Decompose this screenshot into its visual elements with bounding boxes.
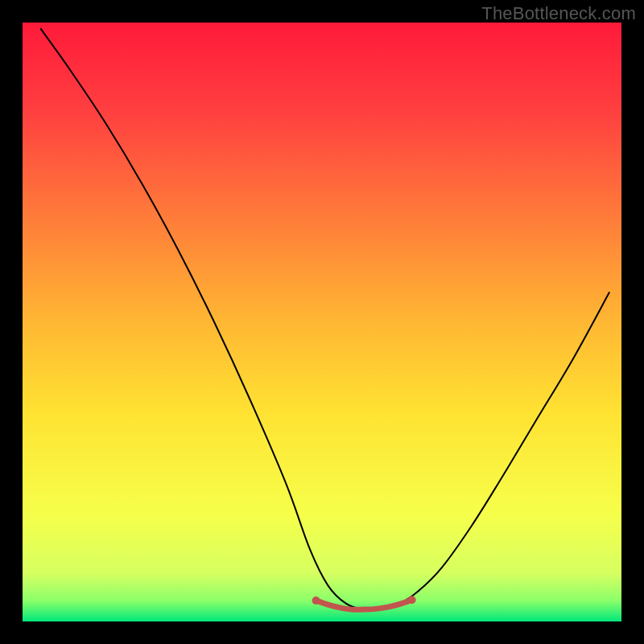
bottleneck-chart [23, 23, 621, 621]
chart-frame: TheBottleneck.com [0, 0, 644, 644]
marker-end-dot [312, 597, 320, 605]
watermark: TheBottleneck.com [481, 3, 636, 24]
gradient-background [23, 23, 621, 621]
plot-area [23, 23, 621, 621]
marker-end-dot [408, 596, 416, 604]
